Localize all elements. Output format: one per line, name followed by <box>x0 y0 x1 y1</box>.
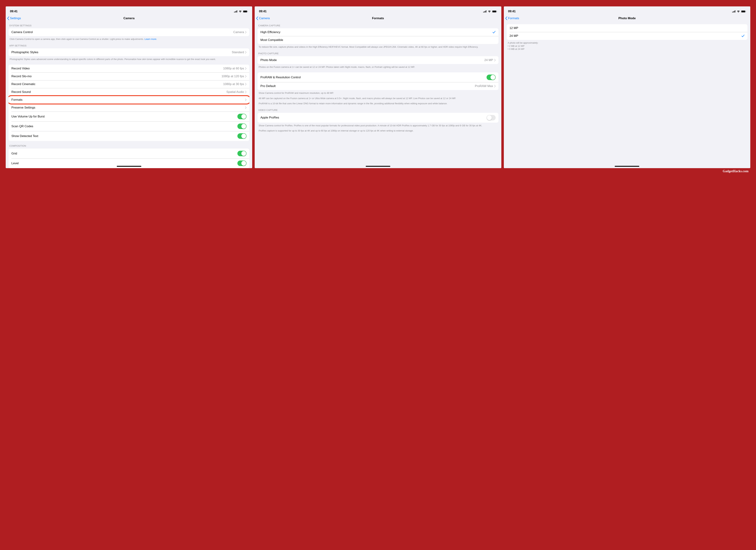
row-label: Photographic Styles <box>11 51 232 54</box>
chevron-right-icon <box>494 85 496 87</box>
row-24mp[interactable]: 24 MP <box>507 32 747 40</box>
svg-rect-7 <box>483 12 484 12</box>
toggle-volume-up[interactable] <box>237 114 246 119</box>
home-indicator[interactable] <box>117 166 141 167</box>
row-value: 24 MP <box>484 58 493 62</box>
svg-rect-3 <box>237 10 237 12</box>
toggle-grid[interactable] <box>237 151 246 156</box>
svg-rect-17 <box>735 10 735 12</box>
svg-rect-13 <box>497 11 497 12</box>
row-label: Show Detected Text <box>11 134 237 138</box>
status-bar: 09:41 <box>255 6 501 15</box>
row-label: Preserve Settings <box>11 106 245 109</box>
row-record-cinematic[interactable]: Record Cinematic 1080p at 30 fps <box>9 80 249 88</box>
chevron-right-icon <box>245 99 246 101</box>
row-label: Record Video <box>11 67 223 70</box>
svg-rect-19 <box>741 11 745 12</box>
row-most-compatible[interactable]: Most Compatible <box>258 36 498 44</box>
svg-rect-16 <box>734 11 734 12</box>
toggle-level[interactable] <box>237 160 246 166</box>
toggle-prores[interactable] <box>487 115 496 120</box>
battery-icon <box>741 10 746 13</box>
svg-rect-0 <box>234 12 235 12</box>
screen-camera: 09:41 Settings Camera SYSTEM SETTINGS Ca… <box>6 6 252 168</box>
toggle-scan-qr[interactable] <box>237 123 246 129</box>
chevron-left-icon <box>7 17 9 20</box>
row-detected-text: Show Detected Text <box>9 131 249 141</box>
toggle-proraw[interactable] <box>487 75 496 80</box>
chevron-right-icon <box>245 91 246 93</box>
row-volume-up-burst: Use Volume Up for Burst <box>9 112 249 121</box>
row-formats[interactable]: Formats <box>9 96 249 104</box>
home-indicator[interactable] <box>615 166 639 167</box>
svg-rect-15 <box>733 11 734 12</box>
row-high-efficiency[interactable]: High Efficiency <box>258 28 498 36</box>
chevron-left-icon <box>505 17 507 20</box>
home-indicator[interactable] <box>366 166 390 167</box>
watermark: GadgetHacks.com <box>723 169 749 173</box>
section-footer: A photo will be approximately: • 2 MB at… <box>507 40 747 51</box>
nav-bar: Camera Formats <box>255 15 501 23</box>
row-label: Use Volume Up for Burst <box>11 115 237 118</box>
svg-rect-5 <box>243 11 247 12</box>
chevron-right-icon <box>494 59 496 61</box>
back-label: Settings <box>10 17 21 20</box>
section-header-composition: COMPOSITION <box>9 141 249 149</box>
row-label: High Efficiency <box>260 30 492 34</box>
section-footer: Photos on the Fusion camera at 1× can be… <box>258 64 498 69</box>
cellular-signal-icon <box>732 10 736 12</box>
cellular-signal-icon <box>483 10 487 12</box>
back-button[interactable]: Camera <box>256 17 270 20</box>
status-icons <box>234 10 248 13</box>
row-grid: Grid <box>9 149 249 158</box>
section-footer: 48 MP can be captured on the Fusion came… <box>258 95 498 100</box>
battery-icon <box>243 10 248 13</box>
row-camera-control[interactable]: Camera Control Camera <box>9 28 249 36</box>
screen-photo-mode: 09:41 Formats Photo Mode 12 MP 24 MP A p… <box>504 6 750 168</box>
wifi-icon <box>737 10 740 13</box>
row-label: Record Cinematic <box>11 82 223 86</box>
svg-rect-6 <box>248 11 248 12</box>
section-footer: To reduce file size, capture photos and … <box>258 44 498 49</box>
wifi-icon <box>239 10 242 13</box>
row-record-slomo[interactable]: Record Slo-mo 1080p at 120 fps <box>9 72 249 80</box>
toggle-detected-text[interactable] <box>237 133 246 139</box>
status-time: 09:41 <box>10 10 17 13</box>
row-label: Pro Default <box>260 84 475 88</box>
svg-rect-1 <box>235 11 235 12</box>
status-time: 09:41 <box>259 10 266 13</box>
back-button[interactable]: Formats <box>505 17 519 20</box>
section-header-camera-capture: CAMERA CAPTURE <box>258 23 498 28</box>
svg-rect-20 <box>746 11 746 12</box>
row-proraw-control: ProRAW & Resolution Control <box>258 72 498 82</box>
section-footer: Show Camera control for ProRAW and maxim… <box>258 90 498 95</box>
row-record-video[interactable]: Record Video 1080p at 60 fps <box>9 65 249 72</box>
row-photo-mode[interactable]: Photo Mode 24 MP <box>258 56 498 64</box>
section-header-app: APP SETTINGS <box>9 41 249 48</box>
row-scan-qr: Scan QR Codes <box>9 121 249 131</box>
chevron-right-icon <box>245 67 246 70</box>
row-prores: Apple ProRes <box>258 113 498 123</box>
row-value: 1080p at 120 fps <box>222 75 244 78</box>
row-preserve-settings[interactable]: Preserve Settings <box>9 104 249 112</box>
section-footer: Show Camera control for ProRes. ProRes i… <box>258 123 498 127</box>
learn-more-link[interactable]: Learn more <box>145 38 156 40</box>
row-pro-default[interactable]: Pro Default ProRAW Max <box>258 82 498 90</box>
back-label: Formats <box>508 17 519 20</box>
row-value: 1080p at 30 fps <box>223 82 244 86</box>
svg-rect-10 <box>486 10 486 12</box>
svg-rect-8 <box>484 11 485 12</box>
row-record-sound[interactable]: Record Sound Spatial Audio <box>9 88 249 96</box>
row-label: Level <box>11 162 237 165</box>
nav-title: Formats <box>372 17 384 20</box>
row-value: ProRAW Max <box>475 84 493 88</box>
status-bar: 09:41 <box>6 6 252 15</box>
section-footer: Photographic Styles uses advanced scene … <box>9 56 249 61</box>
row-12mp[interactable]: 12 MP <box>507 24 747 32</box>
back-button[interactable]: Settings <box>7 17 21 20</box>
nav-bar: Formats Photo Mode <box>504 15 750 23</box>
chevron-right-icon <box>245 106 246 109</box>
row-label: 12 MP <box>510 26 745 30</box>
cellular-signal-icon <box>234 10 238 12</box>
row-photographic-styles[interactable]: Photographic Styles Standard <box>9 48 249 56</box>
